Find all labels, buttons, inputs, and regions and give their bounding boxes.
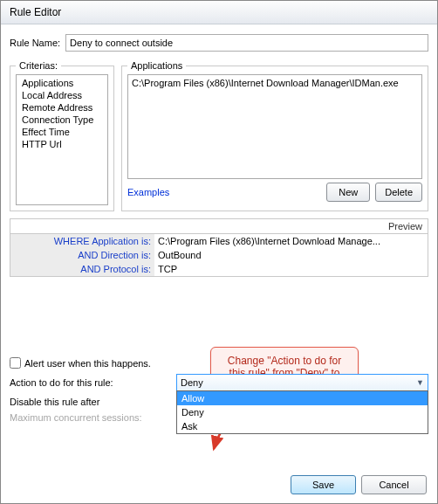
preview-value: OutBound — [154, 248, 428, 262]
chevron-down-icon: ▼ — [416, 378, 424, 387]
content: Rule Name: Criterias: Applications Local… — [1, 24, 437, 503]
action-label: Action to do for this rule: — [10, 377, 171, 388]
preview-body: WHERE Application is: C:\Program Files (… — [10, 233, 428, 277]
window: Rule Editor Rule Name: Criterias: Applic… — [0, 0, 438, 504]
alert-label: Alert user when this happens. — [24, 358, 151, 369]
window-title: Rule Editor — [10, 6, 61, 18]
criteria-item[interactable]: Applications — [18, 77, 106, 89]
preview-key: AND Protocol is: — [10, 262, 154, 276]
action-option-deny[interactable]: Deny — [177, 405, 428, 419]
criterias-listbox[interactable]: Applications Local Address Remote Addres… — [16, 74, 108, 205]
action-selected: Deny — [181, 377, 203, 388]
applications-textarea[interactable]: C:\Program Files (x86)\Internet Download… — [127, 74, 422, 179]
action-option-ask[interactable]: Ask — [177, 419, 428, 433]
preview-key: AND Direction is: — [10, 248, 154, 262]
applications-legend: Applications — [127, 60, 186, 71]
delete-button[interactable]: Delete — [375, 183, 422, 202]
new-button[interactable]: New — [326, 183, 370, 202]
criteria-item[interactable]: Local Address — [18, 89, 106, 101]
save-button[interactable]: Save — [291, 475, 356, 494]
rule-name-label: Rule Name: — [10, 38, 60, 48]
rule-name-input[interactable] — [65, 34, 428, 52]
titlebar: Rule Editor — [1, 1, 437, 24]
criterias-group: Criterias: Applications Local Address Re… — [10, 60, 114, 211]
preview-value: TCP — [154, 262, 428, 276]
action-dropdown-list[interactable]: Allow Deny Ask — [176, 390, 428, 434]
criteria-item[interactable]: HTTP Url — [18, 138, 106, 150]
criteria-item[interactable]: Connection Type — [18, 114, 106, 126]
disable-after-label: Disable this rule after — [10, 397, 171, 407]
criteria-item[interactable]: Effect Time — [18, 126, 106, 138]
preview-heading: Preview — [10, 218, 428, 233]
action-dropdown[interactable]: Deny ▼ — [176, 374, 428, 391]
preview-value: C:\Program Files (x86)\Internet Download… — [154, 234, 428, 248]
cancel-button[interactable]: Cancel — [361, 475, 427, 494]
criterias-legend: Criterias: — [16, 60, 61, 71]
criteria-item[interactable]: Remote Address — [18, 101, 106, 114]
preview-key: WHERE Application is: — [10, 234, 154, 248]
max-sessions-label: Maximum concurrent sessions: — [10, 412, 171, 423]
alert-checkbox[interactable] — [10, 357, 21, 369]
action-option-allow[interactable]: Allow — [177, 391, 428, 405]
examples-link[interactable]: Examples — [127, 187, 169, 197]
applications-group: Applications C:\Program Files (x86)\Inte… — [121, 60, 428, 211]
